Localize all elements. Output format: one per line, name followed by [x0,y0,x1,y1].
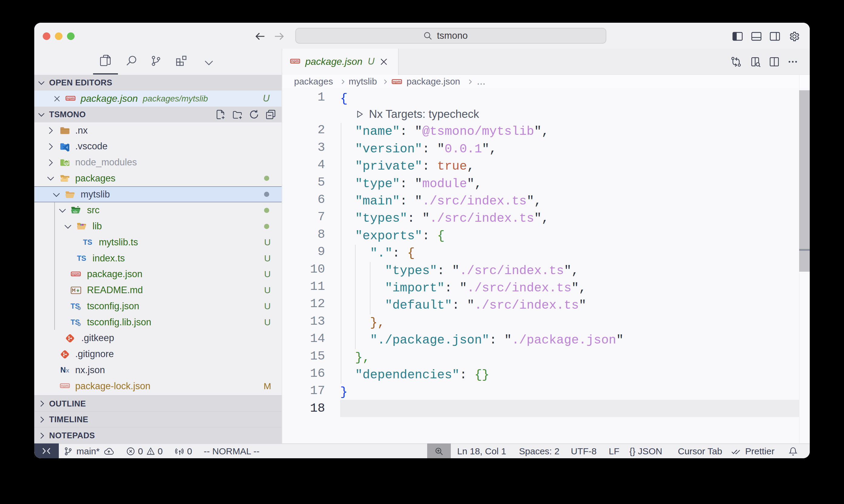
svg-text:N: N [60,366,66,374]
svg-text:npm: npm [61,384,69,388]
svg-text:npm: npm [393,80,401,84]
svg-text:</>: </> [73,210,77,213]
svg-text:npm: npm [72,272,80,276]
svg-text:x: x [66,367,69,374]
svg-text:npm: npm [67,96,74,101]
svg-text:TS: TS [77,254,86,262]
svg-text:TS: TS [83,238,92,246]
svg-text:JS: JS [65,161,68,164]
svg-text:npm: npm [291,59,299,63]
